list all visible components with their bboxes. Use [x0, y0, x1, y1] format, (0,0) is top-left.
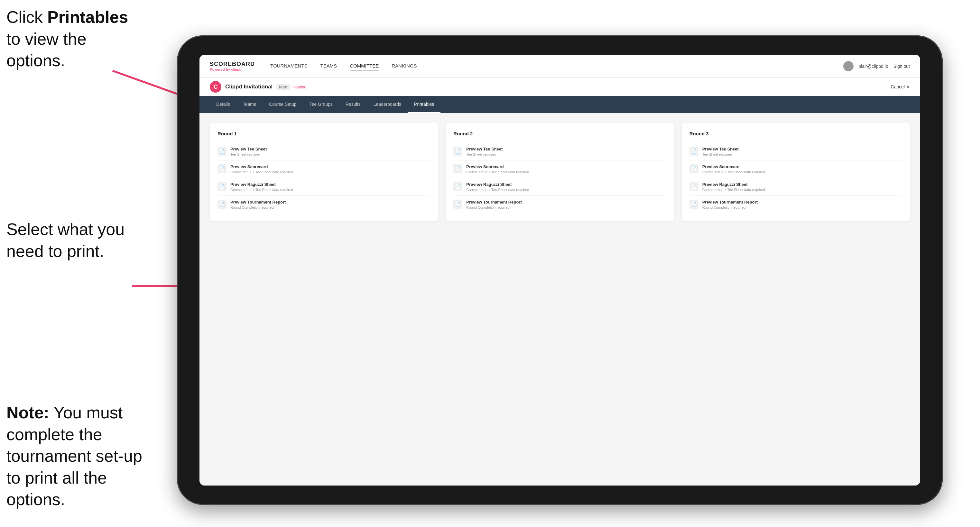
print-item-sub: Round Completion required — [466, 205, 666, 210]
print-item-1-3[interactable]: 📄Preview Raguzzi SheetCourse setup + Tee… — [218, 178, 430, 196]
tablet-screen: SCOREBOARD Powered by clippd TOURNAMENTS… — [199, 55, 920, 486]
nav-committee[interactable]: COMMITTEE — [350, 62, 379, 70]
avatar — [843, 61, 854, 71]
print-item-info: Preview Tournament ReportRound Completio… — [466, 200, 666, 210]
print-item-title: Preview Tournament Report — [466, 200, 666, 205]
print-item-2-2[interactable]: 📄Preview ScorecardCourse setup + Tee She… — [453, 160, 666, 178]
print-item-sub: Tee Sheet required — [702, 152, 902, 156]
document-icon: 📄 — [218, 164, 226, 173]
round-title-3: Round 3 — [689, 131, 902, 137]
nav-links: TOURNAMENTS TEAMS COMMITTEE RANKINGS — [270, 62, 843, 70]
nav-teams[interactable]: TEAMS — [320, 62, 337, 70]
print-item-3-3[interactable]: 📄Preview Raguzzi SheetCourse setup + Tee… — [689, 178, 902, 196]
print-item-title: Preview Scorecard — [466, 164, 666, 169]
round-section-1: Round 1📄Preview Tee SheetTee Sheet requi… — [210, 123, 438, 221]
round-section-2: Round 2📄Preview Tee SheetTee Sheet requi… — [445, 123, 674, 221]
brand-sub: Powered by clippd — [210, 68, 255, 71]
print-item-sub: Round Completion required — [702, 205, 902, 210]
annotation-bot: Note: You must complete the tournament s… — [6, 402, 151, 511]
print-item-info: Preview ScorecardCourse setup + Tee Shee… — [231, 164, 430, 174]
document-icon: 📄 — [453, 147, 462, 156]
brand: SCOREBOARD Powered by clippd — [210, 61, 255, 71]
print-item-3-4[interactable]: 📄Preview Tournament ReportRound Completi… — [689, 196, 902, 213]
document-icon: 📄 — [218, 200, 226, 209]
nav-tournaments[interactable]: TOURNAMENTS — [270, 62, 307, 70]
document-icon: 📄 — [453, 200, 462, 209]
tournament-header: C Clippd Invitational Men Hosting Cancel… — [199, 78, 920, 96]
print-item-2-1[interactable]: 📄Preview Tee SheetTee Sheet required — [453, 143, 666, 160]
print-item-1-4[interactable]: 📄Preview Tournament ReportRound Completi… — [218, 196, 430, 213]
print-item-title: Preview Scorecard — [702, 164, 902, 169]
tournament-name: Clippd Invitational — [225, 84, 272, 90]
print-item-info: Preview Raguzzi SheetCourse setup + Tee … — [231, 182, 430, 192]
print-item-sub: Course setup + Tee Sheet data required — [231, 170, 430, 174]
tab-details[interactable]: Details — [210, 96, 237, 113]
tab-tee-groups[interactable]: Tee Groups — [303, 96, 339, 113]
print-item-info: Preview Tournament ReportRound Completio… — [702, 200, 902, 210]
print-item-2-4[interactable]: 📄Preview Tournament ReportRound Completi… — [453, 196, 666, 213]
tournament-logo: C — [210, 81, 221, 93]
print-item-info: Preview Tournament ReportRound Completio… — [231, 200, 430, 210]
print-item-2-3[interactable]: 📄Preview Raguzzi SheetCourse setup + Tee… — [453, 178, 666, 196]
print-item-info: Preview Raguzzi SheetCourse setup + Tee … — [702, 182, 902, 192]
nav-right: blair@clippd.io Sign out — [843, 61, 910, 71]
print-item-info: Preview Tee SheetTee Sheet required — [466, 147, 666, 156]
sub-nav: Details Teams Course Setup Tee Groups Re… — [199, 96, 920, 113]
document-icon: 📄 — [689, 147, 698, 156]
print-item-info: Preview Tee SheetTee Sheet required — [231, 147, 430, 156]
print-item-sub: Tee Sheet required — [231, 152, 430, 156]
tournament-badge: Men — [276, 84, 290, 90]
print-item-title: Preview Raguzzi Sheet — [702, 182, 902, 187]
document-icon: 📄 — [218, 147, 226, 156]
print-item-sub: Round Completion required — [231, 205, 430, 210]
tab-leaderboards[interactable]: Leaderboards — [367, 96, 408, 113]
print-item-info: Preview Raguzzi SheetCourse setup + Tee … — [466, 182, 666, 192]
brand-title: SCOREBOARD — [210, 61, 255, 68]
round-title-2: Round 2 — [453, 131, 666, 137]
round-section-3: Round 3📄Preview Tee SheetTee Sheet requi… — [682, 123, 910, 221]
tablet-frame: SCOREBOARD Powered by clippd TOURNAMENTS… — [177, 35, 943, 505]
print-item-3-2[interactable]: 📄Preview ScorecardCourse setup + Tee She… — [689, 160, 902, 178]
annotation-mid: Select what you need to print. — [6, 219, 142, 262]
print-item-info: Preview ScorecardCourse setup + Tee Shee… — [702, 164, 902, 174]
print-item-title: Preview Tee Sheet — [466, 147, 666, 151]
tournament-status: Hosting — [293, 84, 307, 89]
tab-printables[interactable]: Printables — [408, 96, 441, 113]
cancel-button[interactable]: Cancel ✕ — [891, 84, 910, 89]
print-item-info: Preview Tee SheetTee Sheet required — [702, 147, 902, 156]
print-item-title: Preview Tournament Report — [702, 200, 902, 205]
nav-rankings[interactable]: RANKINGS — [391, 62, 417, 70]
print-item-title: Preview Raguzzi Sheet — [466, 182, 666, 187]
tab-course-setup[interactable]: Course Setup — [262, 96, 303, 113]
print-item-title: Preview Raguzzi Sheet — [231, 182, 430, 187]
print-item-sub: Course setup + Tee Sheet data required — [231, 188, 430, 192]
document-icon: 📄 — [689, 200, 698, 209]
print-item-info: Preview ScorecardCourse setup + Tee Shee… — [466, 164, 666, 174]
document-icon: 📄 — [689, 164, 698, 173]
print-item-3-1[interactable]: 📄Preview Tee SheetTee Sheet required — [689, 143, 902, 160]
tab-results[interactable]: Results — [339, 96, 367, 113]
print-item-1-1[interactable]: 📄Preview Tee SheetTee Sheet required — [218, 143, 430, 160]
content-area: Round 1📄Preview Tee SheetTee Sheet requi… — [199, 113, 920, 486]
print-item-sub: Course setup + Tee Sheet data required — [466, 170, 666, 174]
print-item-1-2[interactable]: 📄Preview ScorecardCourse setup + Tee She… — [218, 160, 430, 178]
print-item-sub: Course setup + Tee Sheet data required — [466, 188, 666, 192]
print-item-sub: Tee Sheet required — [466, 152, 666, 156]
rounds-grid: Round 1📄Preview Tee SheetTee Sheet requi… — [210, 123, 910, 221]
document-icon: 📄 — [453, 182, 462, 191]
print-item-title: Preview Tee Sheet — [231, 147, 430, 151]
tab-teams[interactable]: Teams — [237, 96, 262, 113]
document-icon: 📄 — [218, 182, 226, 191]
print-item-title: Preview Tee Sheet — [702, 147, 902, 151]
print-item-sub: Course setup + Tee Sheet data required — [702, 188, 902, 192]
user-email: blair@clippd.io — [859, 63, 888, 69]
sign-out-link[interactable]: Sign out — [894, 63, 910, 69]
document-icon: 📄 — [689, 182, 698, 191]
print-item-title: Preview Scorecard — [231, 164, 430, 169]
round-title-1: Round 1 — [218, 131, 430, 137]
print-item-title: Preview Tournament Report — [231, 200, 430, 205]
top-nav: SCOREBOARD Powered by clippd TOURNAMENTS… — [199, 55, 920, 78]
document-icon: 📄 — [453, 164, 462, 173]
print-item-sub: Course setup + Tee Sheet data required — [702, 170, 902, 174]
